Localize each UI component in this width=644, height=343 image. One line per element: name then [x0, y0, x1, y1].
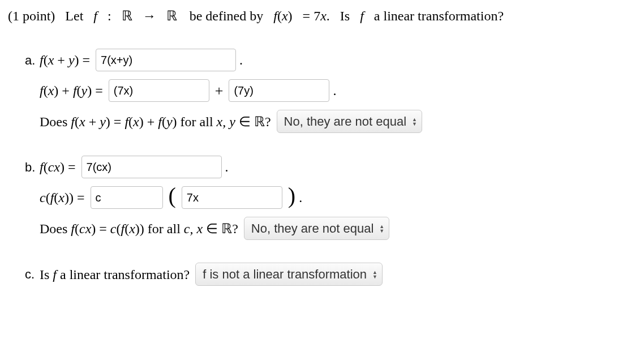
part-a-label: a.	[25, 51, 40, 70]
part-a: a. f(x + y) = . f(x) + f(y) = + . Does f…	[25, 49, 636, 133]
defined-text: be defined by	[190, 8, 264, 23]
f-var: f	[93, 8, 97, 23]
arrow-icon: →	[143, 6, 156, 26]
part-b: b. f(cx) = . c(f(x)) = ( ) . Does f(cx) …	[25, 156, 636, 240]
input-b-c[interactable]	[91, 186, 163, 209]
caret-icon: ▲▼	[412, 117, 417, 126]
big-paren-open: (	[169, 190, 176, 201]
real-domain: ℝ	[122, 8, 132, 23]
tail-text: a linear transformation?	[374, 8, 504, 23]
eq-7: = 7	[303, 8, 321, 23]
input-a-fy[interactable]	[229, 79, 329, 102]
input-a-fxy[interactable]	[96, 49, 236, 71]
does-text-b: Does	[40, 218, 67, 239]
let-text: Let	[65, 8, 83, 23]
f-of-x: f	[273, 8, 277, 23]
select-a-value: No, they are not equal	[284, 112, 406, 131]
input-b-fcx[interactable]	[81, 156, 222, 178]
select-c-linear[interactable]: f is not a linear transformation ▲▼	[195, 263, 383, 286]
x-var: x	[282, 8, 288, 23]
colon: :	[108, 8, 111, 23]
points-label: (1 point)	[8, 8, 55, 23]
f-var-2: f	[360, 8, 364, 23]
select-c-value: f is not a linear transformation	[203, 265, 367, 284]
part-c: c. Is f a linear transformation? f is no…	[25, 263, 636, 286]
select-b-value: No, they are not equal	[251, 219, 373, 238]
input-a-fx[interactable]	[109, 79, 209, 102]
select-b-homogeneity[interactable]: No, they are not equal ▲▼	[244, 217, 389, 240]
is-text: Is	[340, 8, 350, 23]
caret-icon: ▲▼	[372, 270, 377, 279]
question-prompt: (1 point) Let f : ℝ → ℝ be defined by f(…	[8, 6, 636, 26]
caret-icon: ▲▼	[379, 224, 384, 233]
part-b-label: b.	[25, 158, 40, 177]
real-codomain: ℝ	[166, 8, 177, 23]
select-a-additivity[interactable]: No, they are not equal ▲▼	[277, 110, 422, 133]
big-paren-close: )	[288, 190, 295, 201]
part-c-label: c.	[25, 265, 40, 284]
does-text-a: Does	[40, 112, 67, 132]
input-b-fx[interactable]	[182, 186, 282, 209]
